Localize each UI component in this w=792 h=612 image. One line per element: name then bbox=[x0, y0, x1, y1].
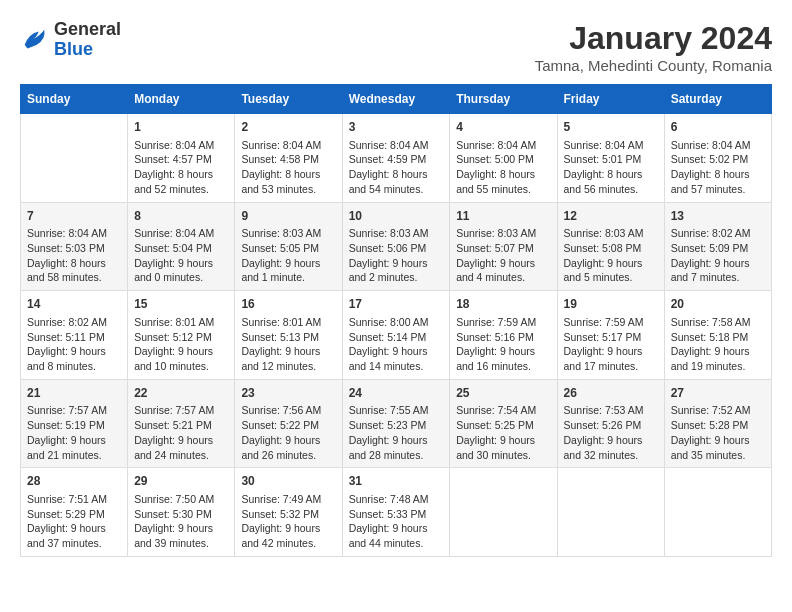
calendar-cell: 21Sunrise: 7:57 AM Sunset: 5:19 PM Dayli… bbox=[21, 379, 128, 468]
day-info: Sunrise: 8:04 AM Sunset: 5:04 PM Dayligh… bbox=[134, 226, 228, 285]
day-number: 28 bbox=[27, 473, 121, 490]
calendar-cell: 1Sunrise: 8:04 AM Sunset: 4:57 PM Daylig… bbox=[128, 114, 235, 203]
calendar-header: SundayMondayTuesdayWednesdayThursdayFrid… bbox=[21, 85, 772, 114]
calendar-week-2: 7Sunrise: 8:04 AM Sunset: 5:03 PM Daylig… bbox=[21, 202, 772, 291]
day-number: 8 bbox=[134, 208, 228, 225]
day-number: 15 bbox=[134, 296, 228, 313]
day-info: Sunrise: 7:51 AM Sunset: 5:29 PM Dayligh… bbox=[27, 492, 121, 551]
calendar-cell: 27Sunrise: 7:52 AM Sunset: 5:28 PM Dayli… bbox=[664, 379, 771, 468]
day-info: Sunrise: 8:04 AM Sunset: 5:01 PM Dayligh… bbox=[564, 138, 658, 197]
logo-text: General Blue bbox=[54, 20, 121, 60]
day-number: 23 bbox=[241, 385, 335, 402]
calendar-cell: 9Sunrise: 8:03 AM Sunset: 5:05 PM Daylig… bbox=[235, 202, 342, 291]
day-number: 16 bbox=[241, 296, 335, 313]
header-day-thursday: Thursday bbox=[450, 85, 557, 114]
day-number: 25 bbox=[456, 385, 550, 402]
logo: General Blue bbox=[20, 20, 121, 60]
day-info: Sunrise: 7:55 AM Sunset: 5:23 PM Dayligh… bbox=[349, 403, 444, 462]
month-title: January 2024 bbox=[535, 20, 772, 57]
day-number: 26 bbox=[564, 385, 658, 402]
calendar-cell: 30Sunrise: 7:49 AM Sunset: 5:32 PM Dayli… bbox=[235, 468, 342, 557]
calendar-cell: 31Sunrise: 7:48 AM Sunset: 5:33 PM Dayli… bbox=[342, 468, 450, 557]
day-number: 3 bbox=[349, 119, 444, 136]
calendar-cell: 13Sunrise: 8:02 AM Sunset: 5:09 PM Dayli… bbox=[664, 202, 771, 291]
day-number: 12 bbox=[564, 208, 658, 225]
day-number: 7 bbox=[27, 208, 121, 225]
calendar-cell bbox=[557, 468, 664, 557]
day-info: Sunrise: 7:48 AM Sunset: 5:33 PM Dayligh… bbox=[349, 492, 444, 551]
day-info: Sunrise: 8:04 AM Sunset: 4:59 PM Dayligh… bbox=[349, 138, 444, 197]
day-number: 10 bbox=[349, 208, 444, 225]
day-info: Sunrise: 7:57 AM Sunset: 5:21 PM Dayligh… bbox=[134, 403, 228, 462]
day-info: Sunrise: 8:03 AM Sunset: 5:06 PM Dayligh… bbox=[349, 226, 444, 285]
calendar-cell: 29Sunrise: 7:50 AM Sunset: 5:30 PM Dayli… bbox=[128, 468, 235, 557]
day-info: Sunrise: 7:50 AM Sunset: 5:30 PM Dayligh… bbox=[134, 492, 228, 551]
day-number: 17 bbox=[349, 296, 444, 313]
day-number: 5 bbox=[564, 119, 658, 136]
header-day-tuesday: Tuesday bbox=[235, 85, 342, 114]
day-number: 18 bbox=[456, 296, 550, 313]
day-info: Sunrise: 8:02 AM Sunset: 5:09 PM Dayligh… bbox=[671, 226, 765, 285]
day-number: 24 bbox=[349, 385, 444, 402]
day-info: Sunrise: 7:53 AM Sunset: 5:26 PM Dayligh… bbox=[564, 403, 658, 462]
header-day-friday: Friday bbox=[557, 85, 664, 114]
calendar-cell: 10Sunrise: 8:03 AM Sunset: 5:06 PM Dayli… bbox=[342, 202, 450, 291]
day-info: Sunrise: 8:03 AM Sunset: 5:08 PM Dayligh… bbox=[564, 226, 658, 285]
day-info: Sunrise: 7:54 AM Sunset: 5:25 PM Dayligh… bbox=[456, 403, 550, 462]
calendar-cell: 4Sunrise: 8:04 AM Sunset: 5:00 PM Daylig… bbox=[450, 114, 557, 203]
day-number: 31 bbox=[349, 473, 444, 490]
header-day-saturday: Saturday bbox=[664, 85, 771, 114]
day-number: 20 bbox=[671, 296, 765, 313]
day-info: Sunrise: 8:03 AM Sunset: 5:05 PM Dayligh… bbox=[241, 226, 335, 285]
calendar-cell bbox=[21, 114, 128, 203]
calendar-table: SundayMondayTuesdayWednesdayThursdayFrid… bbox=[20, 84, 772, 557]
title-block: January 2024 Tamna, Mehedinti County, Ro… bbox=[535, 20, 772, 74]
day-info: Sunrise: 7:56 AM Sunset: 5:22 PM Dayligh… bbox=[241, 403, 335, 462]
logo-bird-icon bbox=[20, 26, 48, 54]
calendar-cell: 6Sunrise: 8:04 AM Sunset: 5:02 PM Daylig… bbox=[664, 114, 771, 203]
calendar-week-3: 14Sunrise: 8:02 AM Sunset: 5:11 PM Dayli… bbox=[21, 291, 772, 380]
logo-blue: Blue bbox=[54, 40, 121, 60]
header-day-monday: Monday bbox=[128, 85, 235, 114]
calendar-cell: 28Sunrise: 7:51 AM Sunset: 5:29 PM Dayli… bbox=[21, 468, 128, 557]
calendar-cell: 16Sunrise: 8:01 AM Sunset: 5:13 PM Dayli… bbox=[235, 291, 342, 380]
day-info: Sunrise: 7:57 AM Sunset: 5:19 PM Dayligh… bbox=[27, 403, 121, 462]
calendar-cell bbox=[450, 468, 557, 557]
day-info: Sunrise: 7:59 AM Sunset: 5:17 PM Dayligh… bbox=[564, 315, 658, 374]
calendar-cell: 18Sunrise: 7:59 AM Sunset: 5:16 PM Dayli… bbox=[450, 291, 557, 380]
calendar-body: 1Sunrise: 8:04 AM Sunset: 4:57 PM Daylig… bbox=[21, 114, 772, 557]
header-day-sunday: Sunday bbox=[21, 85, 128, 114]
day-number: 21 bbox=[27, 385, 121, 402]
day-number: 13 bbox=[671, 208, 765, 225]
calendar-cell: 17Sunrise: 8:00 AM Sunset: 5:14 PM Dayli… bbox=[342, 291, 450, 380]
location: Tamna, Mehedinti County, Romania bbox=[535, 57, 772, 74]
day-info: Sunrise: 8:04 AM Sunset: 5:02 PM Dayligh… bbox=[671, 138, 765, 197]
day-info: Sunrise: 7:49 AM Sunset: 5:32 PM Dayligh… bbox=[241, 492, 335, 551]
calendar-cell: 7Sunrise: 8:04 AM Sunset: 5:03 PM Daylig… bbox=[21, 202, 128, 291]
calendar-cell: 3Sunrise: 8:04 AM Sunset: 4:59 PM Daylig… bbox=[342, 114, 450, 203]
calendar-cell: 5Sunrise: 8:04 AM Sunset: 5:01 PM Daylig… bbox=[557, 114, 664, 203]
calendar-week-4: 21Sunrise: 7:57 AM Sunset: 5:19 PM Dayli… bbox=[21, 379, 772, 468]
day-info: Sunrise: 8:04 AM Sunset: 5:03 PM Dayligh… bbox=[27, 226, 121, 285]
day-info: Sunrise: 8:04 AM Sunset: 4:57 PM Dayligh… bbox=[134, 138, 228, 197]
header-row: SundayMondayTuesdayWednesdayThursdayFrid… bbox=[21, 85, 772, 114]
day-number: 11 bbox=[456, 208, 550, 225]
day-number: 1 bbox=[134, 119, 228, 136]
day-number: 14 bbox=[27, 296, 121, 313]
day-number: 22 bbox=[134, 385, 228, 402]
calendar-cell: 26Sunrise: 7:53 AM Sunset: 5:26 PM Dayli… bbox=[557, 379, 664, 468]
day-info: Sunrise: 7:58 AM Sunset: 5:18 PM Dayligh… bbox=[671, 315, 765, 374]
calendar-cell: 24Sunrise: 7:55 AM Sunset: 5:23 PM Dayli… bbox=[342, 379, 450, 468]
calendar-cell: 22Sunrise: 7:57 AM Sunset: 5:21 PM Dayli… bbox=[128, 379, 235, 468]
calendar-week-1: 1Sunrise: 8:04 AM Sunset: 4:57 PM Daylig… bbox=[21, 114, 772, 203]
calendar-cell: 23Sunrise: 7:56 AM Sunset: 5:22 PM Dayli… bbox=[235, 379, 342, 468]
calendar-cell: 25Sunrise: 7:54 AM Sunset: 5:25 PM Dayli… bbox=[450, 379, 557, 468]
day-info: Sunrise: 7:52 AM Sunset: 5:28 PM Dayligh… bbox=[671, 403, 765, 462]
calendar-week-5: 28Sunrise: 7:51 AM Sunset: 5:29 PM Dayli… bbox=[21, 468, 772, 557]
calendar-cell: 15Sunrise: 8:01 AM Sunset: 5:12 PM Dayli… bbox=[128, 291, 235, 380]
day-number: 29 bbox=[134, 473, 228, 490]
day-info: Sunrise: 8:02 AM Sunset: 5:11 PM Dayligh… bbox=[27, 315, 121, 374]
calendar-cell: 11Sunrise: 8:03 AM Sunset: 5:07 PM Dayli… bbox=[450, 202, 557, 291]
calendar-cell: 14Sunrise: 8:02 AM Sunset: 5:11 PM Dayli… bbox=[21, 291, 128, 380]
day-number: 30 bbox=[241, 473, 335, 490]
